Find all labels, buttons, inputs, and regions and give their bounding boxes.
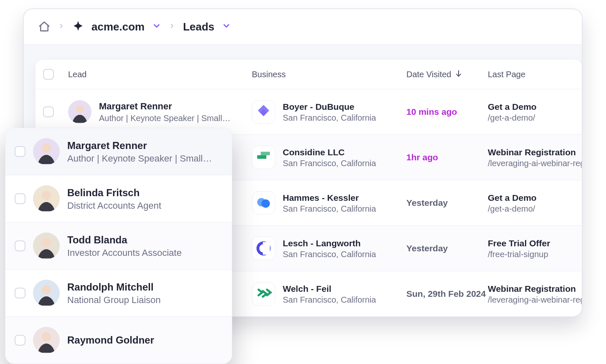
list-item[interactable]: Randolph Mitchell National Group Liaison	[5, 269, 232, 316]
list-item[interactable]: Raymond Goldner	[5, 316, 232, 364]
breadcrumb-site[interactable]: acme.com	[72, 20, 161, 33]
avatar	[33, 233, 60, 259]
business-logo	[252, 100, 275, 124]
lead-name: Raymond Goldner	[67, 334, 154, 346]
lead-name: Margaret Renner	[99, 101, 231, 113]
svg-point-10	[42, 144, 51, 153]
date-visited: 10 mins ago	[406, 107, 488, 117]
col-date[interactable]: Date Visited	[406, 69, 488, 80]
business-name: Boyer - DuBuque	[283, 101, 376, 112]
business-location: San Francisco, California	[283, 113, 376, 123]
last-page-path: /get-a-demo/	[488, 204, 574, 214]
svg-point-18	[42, 332, 51, 341]
date-visited: 1hr ago	[406, 152, 488, 162]
business-name: Hammes - Kessler	[283, 192, 376, 203]
business-location: San Francisco, California	[283, 250, 376, 259]
business-location: San Francisco, California	[283, 295, 376, 305]
last-page-title: Webinar Registration	[488, 147, 582, 158]
lead-name: Margaret Renner	[67, 139, 212, 152]
row-checkbox[interactable]	[15, 146, 25, 157]
last-page-path: /get-a-demo/	[488, 113, 574, 123]
chevron-right-icon	[169, 23, 175, 31]
lead-subtitle: Author | Keynote Speaker | Small…	[67, 153, 212, 164]
breadcrumb: acme.com Leads	[24, 9, 582, 45]
avatar	[68, 100, 91, 124]
last-page-path: /leveraging-ai-webinar-register/	[488, 295, 582, 305]
list-item[interactable]: Todd Blanda Investor Accounts Associate	[5, 222, 232, 269]
lead-subtitle: National Group Liaison	[67, 295, 161, 306]
breadcrumb-section-label: Leads	[183, 20, 214, 33]
svg-point-12	[42, 191, 51, 200]
avatar	[33, 327, 60, 354]
avatar	[33, 138, 60, 165]
chevron-down-icon[interactable]	[222, 21, 231, 32]
row-checkbox[interactable]	[15, 240, 25, 251]
sparkle-icon	[72, 20, 84, 33]
date-visited: Yesterday	[406, 243, 488, 253]
last-page-title: Free Trial Offer	[488, 238, 574, 249]
lead-picker-overlay: Margaret Renner Author | Keynote Speaker…	[5, 128, 232, 364]
business-location: San Francisco, California	[283, 204, 376, 214]
list-item[interactable]: Margaret Renner Author | Keynote Speaker…	[5, 128, 232, 175]
lead-subtitle: District Accounts Agent	[67, 200, 161, 211]
avatar	[33, 185, 60, 212]
date-visited: Sun, 29th Feb 2024	[406, 289, 488, 299]
business-location: San Francisco, California	[283, 159, 376, 168]
svg-point-16	[42, 285, 51, 294]
business-name: Considine LLC	[283, 147, 376, 158]
lead-name: Randolph Mitchell	[67, 281, 161, 293]
business-name: Lesch - Langworth	[283, 238, 376, 249]
lead-name: Belinda Fritsch	[67, 186, 161, 199]
row-checkbox[interactable]	[43, 106, 54, 117]
avatar	[33, 280, 60, 306]
col-lead[interactable]: Lead	[68, 70, 252, 79]
chevron-down-icon[interactable]	[152, 21, 161, 32]
svg-rect-3	[257, 155, 266, 159]
business-logo	[252, 191, 275, 215]
business-logo	[252, 237, 275, 260]
business-name: Welch - Feil	[283, 283, 376, 294]
breadcrumb-section[interactable]: Leads	[183, 20, 231, 33]
last-page-path: /leveraging-ai-webinar-register/	[488, 159, 582, 168]
lead-name: Todd Blanda	[67, 233, 182, 246]
chevron-right-icon	[58, 23, 65, 31]
last-page-path: /free-trial-signup	[488, 250, 574, 259]
select-all-checkbox[interactable]	[43, 69, 54, 80]
svg-rect-8	[263, 242, 270, 255]
home-icon[interactable]	[38, 20, 51, 33]
table-header: Lead Business Date Visited Last Page	[35, 60, 582, 89]
svg-point-6	[261, 200, 270, 208]
row-checkbox[interactable]	[15, 288, 25, 298]
breadcrumb-site-label: acme.com	[91, 20, 145, 33]
last-page-title: Webinar Registration	[488, 283, 582, 294]
col-business[interactable]: Business	[252, 70, 406, 79]
business-logo	[252, 282, 275, 306]
lead-subtitle: Investor Accounts Associate	[67, 248, 182, 258]
list-item[interactable]: Belinda Fritsch District Accounts Agent	[5, 175, 232, 222]
business-logo	[252, 146, 275, 169]
col-date-label: Date Visited	[406, 70, 451, 79]
col-page[interactable]: Last Page	[488, 70, 574, 79]
row-checkbox[interactable]	[15, 335, 25, 346]
arrow-down-icon	[454, 69, 463, 80]
svg-rect-4	[261, 152, 270, 155]
svg-point-14	[42, 238, 51, 247]
lead-subtitle: Author | Keynote Speaker | Small…	[99, 114, 231, 123]
svg-point-2	[76, 105, 84, 113]
row-checkbox[interactable]	[15, 193, 25, 204]
last-page-title: Get a Demo	[488, 101, 574, 112]
last-page-title: Get a Demo	[488, 192, 574, 203]
date-visited: Yesterday	[406, 198, 488, 208]
